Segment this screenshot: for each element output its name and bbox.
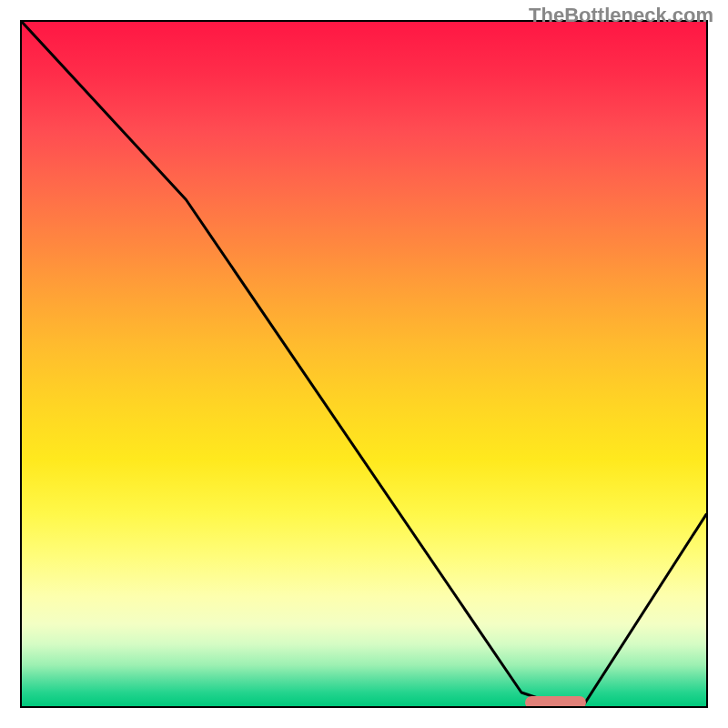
chart-container: TheBottleneck.com (0, 0, 728, 728)
watermark-text: TheBottleneck.com (529, 4, 713, 27)
optimal-zone-marker (525, 696, 587, 708)
plot-frame (20, 20, 708, 708)
bottleneck-curve (22, 22, 706, 706)
